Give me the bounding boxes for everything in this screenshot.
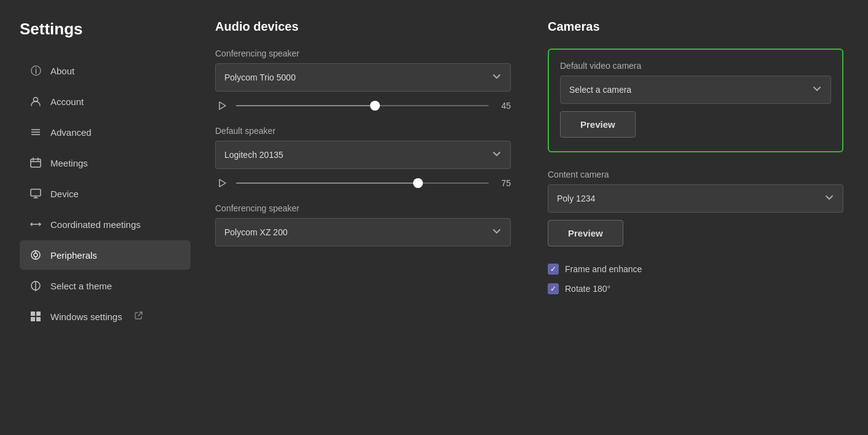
- sidebar-item-device[interactable]: Device: [20, 179, 191, 208]
- sidebar-label-account: Account: [50, 96, 84, 107]
- content-camera-label: Content camera: [548, 170, 843, 179]
- main-content: Audio devices Conferencing speaker Polyc…: [191, 0, 868, 435]
- default-speaker-label: Default speaker: [215, 126, 511, 136]
- default-camera-chevron: [812, 84, 822, 96]
- external-link-icon: [135, 312, 143, 321]
- content-camera-value: Poly 1234: [557, 194, 595, 203]
- default-camera-placeholder: Select a camera: [569, 85, 631, 95]
- svg-rect-17: [31, 312, 35, 316]
- conferencing-speaker2-dropdown[interactable]: Polycom XZ 200: [215, 218, 511, 246]
- speaker-volume-row: 45: [215, 99, 511, 112]
- default-camera-box: Default video camera Select a camera Pre…: [548, 49, 843, 152]
- default-thumb[interactable]: [413, 178, 423, 188]
- device-icon: [30, 187, 42, 200]
- sidebar-item-meetings[interactable]: Meetings: [20, 148, 191, 178]
- sidebar-item-about[interactable]: ⓘ About: [20, 56, 191, 85]
- cameras-section-title: Cameras: [548, 20, 843, 34]
- sidebar-item-windows[interactable]: Windows settings: [20, 302, 191, 331]
- speaker-volume-value: 45: [496, 101, 511, 111]
- svg-rect-18: [36, 312, 41, 316]
- conferencing-speaker2-label: Conferencing speaker: [215, 203, 511, 213]
- content-camera-section: Content camera Poly 1234 Preview: [548, 170, 843, 249]
- svg-rect-8: [31, 189, 41, 196]
- audio-section: Audio devices Conferencing speaker Polyc…: [215, 20, 511, 415]
- theme-icon: [30, 280, 42, 292]
- speaker-fill: [236, 105, 375, 106]
- speaker-thumb[interactable]: [370, 101, 380, 111]
- default-speaker-dropdown[interactable]: Logitech 20135: [215, 141, 511, 169]
- sidebar-label-device: Device: [50, 189, 79, 199]
- rotate-check-icon: ✓: [550, 284, 556, 293]
- sidebar-item-peripherals[interactable]: Peripherals: [20, 240, 191, 270]
- frame-enhance-label: Frame and enhance: [565, 264, 642, 274]
- default-fill: [236, 182, 418, 184]
- account-icon: [30, 95, 42, 108]
- default-speaker-chevron: [492, 149, 502, 161]
- content-camera-chevron: [824, 192, 834, 205]
- sidebar-label-windows: Windows settings: [50, 312, 122, 322]
- default-volume-row: 75: [215, 176, 511, 190]
- rotate-checkbox[interactable]: ✓: [548, 283, 559, 294]
- preview-button-1[interactable]: Preview: [560, 111, 636, 138]
- conferencing-speaker2-value: Polycom XZ 200: [224, 227, 288, 237]
- svg-rect-19: [31, 317, 35, 321]
- default-camera-label: Default video camera: [560, 61, 831, 71]
- default-slider[interactable]: [236, 177, 489, 189]
- content-camera-dropdown[interactable]: Poly 1234: [548, 184, 843, 213]
- sidebar-label-about: About: [50, 66, 74, 76]
- conferencing-speaker-dropdown[interactable]: Polycom Trio 5000: [215, 63, 511, 92]
- speaker-play-icon[interactable]: [215, 99, 229, 112]
- conferencing-speaker-value: Polycom Trio 5000: [224, 72, 296, 82]
- conferencing-speaker-label: Conferencing speaker: [215, 49, 511, 58]
- svg-rect-4: [31, 159, 41, 167]
- rotate-row: ✓ Rotate 180°: [548, 283, 843, 294]
- conferencing-speaker-chevron: [492, 71, 502, 84]
- frame-enhance-checkbox[interactable]: ✓: [548, 264, 559, 275]
- sidebar-label-theme: Select a theme: [50, 281, 112, 291]
- sidebar-item-coordinated[interactable]: Coordinated meetings: [20, 210, 191, 239]
- conferencing-speaker2-chevron: [492, 226, 502, 238]
- svg-rect-20: [36, 317, 41, 321]
- app-title: Settings: [20, 20, 191, 39]
- sidebar-item-theme[interactable]: Select a theme: [20, 271, 191, 300]
- about-icon: ⓘ: [30, 65, 42, 77]
- meetings-icon: [30, 157, 42, 169]
- peripherals-icon: [30, 249, 42, 261]
- windows-icon: [30, 310, 42, 323]
- sidebar-label-coordinated: Coordinated meetings: [50, 219, 141, 230]
- svg-line-21: [138, 312, 142, 316]
- svg-point-13: [34, 253, 37, 257]
- frame-enhance-check-icon: ✓: [550, 265, 556, 273]
- sidebar: Settings ⓘ About Account Advanced: [0, 0, 191, 435]
- sidebar-label-meetings: Meetings: [50, 158, 88, 168]
- cameras-section: Cameras Default video camera Select a ca…: [548, 20, 843, 415]
- sidebar-item-account[interactable]: Account: [20, 87, 191, 116]
- speaker-slider[interactable]: [236, 100, 489, 112]
- sidebar-label-peripherals: Peripherals: [50, 250, 97, 261]
- default-volume-value: 75: [496, 178, 511, 188]
- frame-enhance-row: ✓ Frame and enhance: [548, 264, 843, 275]
- coordinated-icon: [30, 218, 42, 230]
- rotate-label: Rotate 180°: [565, 284, 610, 294]
- default-camera-dropdown[interactable]: Select a camera: [560, 76, 831, 104]
- preview-button-2[interactable]: Preview: [548, 220, 623, 246]
- audio-section-title: Audio devices: [215, 20, 511, 34]
- default-play-icon[interactable]: [215, 176, 229, 190]
- advanced-icon: [30, 126, 42, 138]
- sidebar-label-advanced: Advanced: [50, 127, 92, 138]
- sidebar-item-advanced[interactable]: Advanced: [20, 117, 191, 147]
- default-speaker-value: Logitech 20135: [224, 150, 283, 160]
